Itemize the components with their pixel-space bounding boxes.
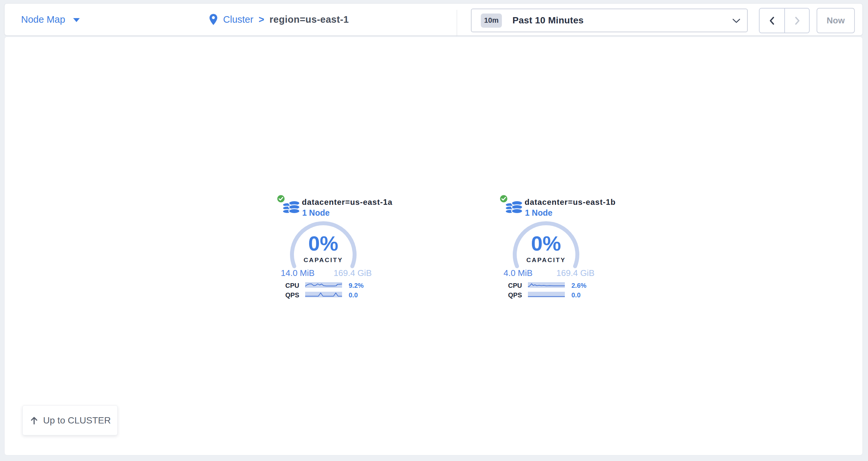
qps-label: QPS [500, 292, 522, 298]
time-window-selector[interactable]: 10m Past 10 Minutes [471, 8, 748, 32]
now-button[interactable]: Now [816, 8, 855, 33]
time-back-button[interactable] [760, 8, 784, 33]
cpu-label: CPU [500, 283, 522, 289]
now-button-label: Now [827, 15, 845, 26]
qps-value: 0.0 [571, 292, 581, 298]
breadcrumb-cluster-link[interactable]: Cluster [223, 14, 253, 25]
location-pin-icon [209, 12, 218, 26]
capacity-used: 4.0 MiB [503, 268, 532, 278]
datacenter-title: datacenter=us-east-1a [302, 198, 393, 207]
arrow-up-icon [29, 416, 39, 425]
cpu-label: CPU [277, 283, 299, 289]
time-nav-arrows [759, 8, 810, 33]
capacity-total: 169.4 GiB [556, 268, 594, 278]
chevron-down-icon [732, 19, 741, 23]
capacity-percent: 0% [490, 233, 602, 254]
breadcrumb-current-region: region=us-east-1 [270, 14, 349, 25]
capacity-total: 169.4 GiB [334, 268, 372, 278]
datacenter-card-us-east-1a[interactable]: datacenter=us-east-1a 1 Node 0% CAPACITY… [267, 193, 380, 304]
capacity-used: 14.0 MiB [281, 268, 315, 278]
time-window-label: Past 10 Minutes [513, 15, 584, 26]
breadcrumb: Cluster > region=us-east-1 [209, 4, 349, 35]
cpu-value: 2.6% [571, 283, 587, 289]
caret-down-icon [73, 18, 80, 22]
qps-sparkline [305, 292, 342, 297]
datacenter-node-count: 1 Node [525, 208, 552, 218]
time-forward-button[interactable] [784, 8, 809, 33]
datacenter-title: datacenter=us-east-1b [525, 198, 616, 207]
capacity-label: CAPACITY [267, 257, 380, 264]
time-window-badge: 10m [481, 13, 502, 28]
top-toolbar: Node Map Cluster > region=us-east-1 10m … [4, 3, 863, 36]
breadcrumb-separator: > [259, 14, 264, 25]
header-divider [457, 10, 457, 36]
datacenter-node-count: 1 Node [302, 208, 330, 218]
capacity-values: 4.0 MiB 169.4 GiB [503, 268, 594, 278]
cpu-sparkline [305, 282, 342, 288]
qps-label: QPS [277, 292, 299, 298]
cpu-value: 9.2% [349, 283, 364, 289]
node-map-canvas: datacenter=us-east-1a 1 Node 0% CAPACITY… [4, 37, 863, 455]
qps-sparkline [528, 292, 565, 297]
view-selector-label: Node Map [21, 14, 65, 25]
database-stack-icon [504, 199, 524, 216]
qps-value: 0.0 [349, 292, 358, 298]
view-selector-dropdown[interactable]: Node Map [21, 4, 80, 35]
datacenter-card-us-east-1b[interactable]: datacenter=us-east-1b 1 Node 0% CAPACITY… [490, 193, 602, 304]
capacity-values: 14.0 MiB 169.4 GiB [281, 268, 372, 278]
cpu-sparkline [528, 282, 565, 288]
capacity-label: CAPACITY [490, 257, 602, 264]
chevron-left-icon [768, 15, 776, 26]
up-to-cluster-label: Up to CLUSTER [43, 415, 111, 426]
chevron-right-icon [793, 15, 801, 26]
up-to-cluster-button[interactable]: Up to CLUSTER [23, 405, 118, 435]
database-stack-icon [282, 199, 301, 216]
capacity-percent: 0% [267, 233, 380, 254]
